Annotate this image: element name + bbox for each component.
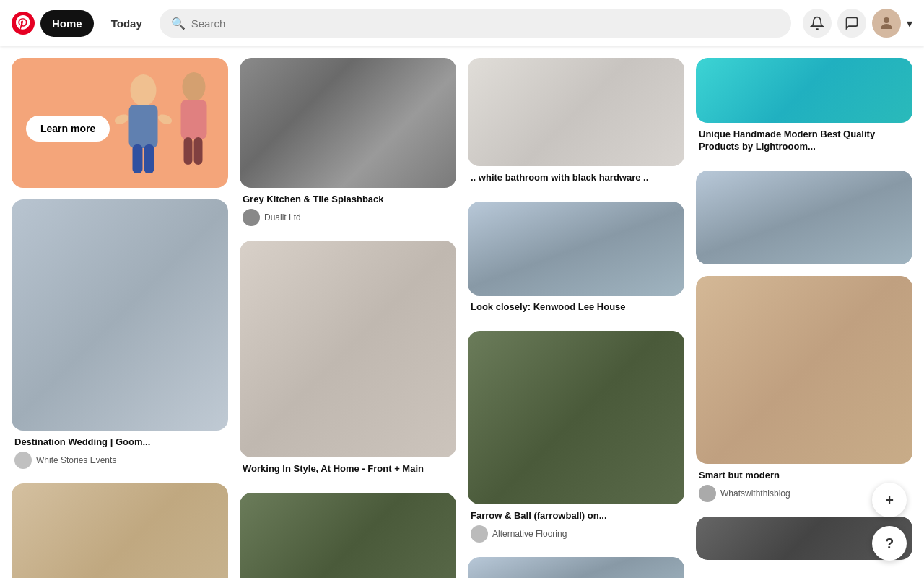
messages-button[interactable]: [837, 9, 866, 38]
garden-pin-card[interactable]: [240, 493, 456, 578]
svg-rect-6: [133, 144, 143, 173]
svg-rect-9: [181, 100, 207, 139]
main-content: Learn more Destination Wedding | Goom...…: [0, 46, 924, 578]
today-nav-button[interactable]: Today: [100, 10, 154, 37]
fab-container: + ?: [872, 483, 907, 561]
home-nav-button[interactable]: Home: [40, 10, 94, 37]
fashion-author-name: Whatswiththisblog: [720, 488, 790, 499]
search-bar: 🔍: [160, 9, 791, 38]
flooring-pin-info: Farrow & Ball (farrowball) on... Alterna…: [468, 504, 684, 545]
profile-chevron-button[interactable]: ▾: [907, 17, 912, 30]
bathroom-pin-title: .. white bathroom with black hardware ..: [471, 172, 681, 184]
kitchen-pin-info: Grey Kitchen & Tile Splashback Dualit Lt…: [240, 188, 456, 229]
add-fab-button[interactable]: +: [872, 483, 907, 517]
flooring-author-name: Alternative Flooring: [492, 529, 567, 539]
learn-more-button[interactable]: Learn more: [26, 116, 110, 142]
bathroom-pin-card[interactable]: .. white bathroom with black hardware ..: [468, 58, 684, 190]
kitchen-pin-author: Dualit Ltd: [243, 209, 453, 226]
notifications-button[interactable]: [803, 9, 832, 38]
office-pin-title: Working In Style, At Home - Front + Main: [243, 463, 453, 475]
svg-point-1: [884, 17, 889, 23]
pinterest-logo[interactable]: [12, 12, 35, 35]
kenwood2-pin-card[interactable]: [696, 171, 912, 264]
kenwood2-pin-image: [696, 171, 912, 264]
fashion-pin-image: [696, 276, 912, 464]
pin-grid: Learn more Destination Wedding | Goom...…: [12, 58, 912, 578]
lightroom-pin-title: Unique Handmade Modern Best Quality Prod…: [699, 129, 910, 153]
svg-point-8: [183, 72, 206, 101]
garden-pin-image: [240, 493, 456, 578]
wedding-pin-card[interactable]: Destination Wedding | Goom... White Stor…: [12, 199, 228, 472]
bottom1-pin-card[interactable]: [12, 483, 228, 578]
help-fab-button[interactable]: ?: [872, 526, 907, 561]
bottom2-pin-image: [468, 557, 684, 578]
svg-rect-11: [194, 137, 203, 165]
bottom1-pin-image: [12, 483, 228, 578]
svg-point-5: [157, 113, 173, 126]
fashion-pin-card[interactable]: Smart but modern Whatswiththisblog: [696, 276, 912, 505]
kitchen-pin-card[interactable]: Grey Kitchen & Tile Splashback Dualit Lt…: [240, 58, 456, 229]
bathroom-pin-info: .. white bathroom with black hardware ..: [468, 166, 684, 190]
svg-rect-3: [129, 105, 158, 148]
wedding-author-name: White Stories Events: [36, 455, 116, 465]
lightroom-pin-card[interactable]: Unique Handmade Modern Best Quality Prod…: [696, 58, 912, 159]
search-input[interactable]: [191, 17, 780, 30]
avatar[interactable]: [872, 9, 901, 38]
office-pin-image: [240, 241, 456, 457]
kitchen-pin-image: [240, 58, 456, 188]
kenwood-pin-info: Look closely: Kenwood Lee House: [468, 296, 684, 319]
ad-illustration: [95, 58, 228, 188]
flooring-pin-author: Alternative Flooring: [471, 525, 681, 543]
search-icon: 🔍: [171, 17, 186, 30]
flooring-pin-image: [468, 331, 684, 504]
wedding-pin-info: Destination Wedding | Goom... White Stor…: [12, 431, 228, 472]
flooring-author-avatar: [471, 525, 488, 543]
bottom2-pin-card[interactable]: [468, 557, 684, 578]
wedding-pin-author: White Stories Events: [14, 452, 225, 469]
kitchen-author-name: Dualit Ltd: [264, 212, 301, 223]
svg-point-2: [131, 74, 157, 106]
fashion-author-avatar: [699, 485, 716, 502]
wedding-pin-image: [12, 199, 228, 431]
lightroom-pin-image: [696, 58, 912, 123]
kenwood-pin-title: Look closely: Kenwood Lee House: [471, 301, 681, 314]
wedding-pin-title: Destination Wedding | Goom...: [14, 436, 225, 449]
fashion-pin-title: Smart but modern: [699, 470, 910, 482]
kitchen-pin-title: Grey Kitchen & Tile Splashback: [243, 194, 453, 206]
svg-rect-10: [184, 137, 193, 165]
svg-rect-7: [144, 144, 154, 173]
flooring-pin-title: Farrow & Ball (farrowball) on...: [471, 510, 681, 522]
office-pin-card[interactable]: Working In Style, At Home - Front + Main: [240, 241, 456, 481]
kitchen-author-avatar: [243, 209, 260, 226]
lightroom-pin-info: Unique Handmade Modern Best Quality Prod…: [696, 123, 912, 159]
header-actions: ▾: [803, 9, 912, 38]
kenwood-pin-image: [468, 202, 684, 296]
ad-card[interactable]: Learn more: [12, 58, 228, 188]
header: Home Today 🔍 ▾: [0, 0, 924, 46]
office-pin-info: Working In Style, At Home - Front + Main: [240, 457, 456, 481]
svg-point-4: [113, 113, 130, 126]
flooring-pin-card[interactable]: Farrow & Ball (farrowball) on... Alterna…: [468, 331, 684, 545]
wedding-author-avatar: [14, 452, 32, 469]
bathroom-pin-image: [468, 58, 684, 166]
kenwood-pin-card[interactable]: Look closely: Kenwood Lee House: [468, 202, 684, 319]
